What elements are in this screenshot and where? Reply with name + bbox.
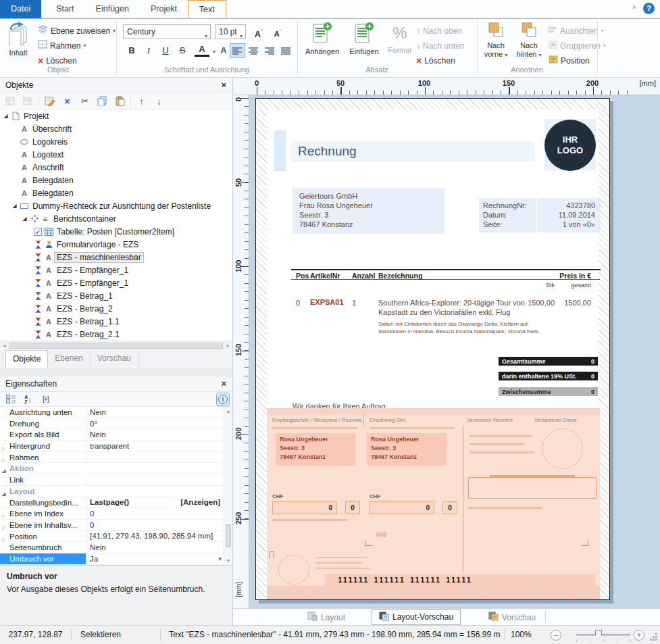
collapsed-icon[interactable]: ▷ bbox=[2, 522, 5, 530]
absatz-einfuegen-button[interactable]: Einfügen bbox=[345, 22, 384, 55]
tab-projekt[interactable]: Projekt bbox=[140, 0, 188, 18]
objects-horizontal-scrollbar[interactable]: ◄ ► bbox=[0, 341, 232, 350]
shrink-font-button[interactable]: Aˉ bbox=[270, 24, 285, 39]
close-icon[interactable]: × bbox=[221, 78, 226, 93]
expanded-icon[interactable]: ◢ bbox=[2, 489, 5, 497]
tree-item-logokreis[interactable]: Logokreis bbox=[0, 135, 232, 148]
tree-item-ezs-betrag-1-1[interactable]: A EZS - Betrag_1.1 bbox=[0, 315, 232, 328]
view-tab-vorschau[interactable]: Vorschau bbox=[482, 609, 542, 626]
expanded-icon[interactable]: ◢ bbox=[2, 466, 5, 474]
grow-font-button[interactable]: Aˉ bbox=[251, 24, 266, 39]
text-style-button[interactable]: A bbox=[216, 43, 231, 58]
tree-item-ezs-betrag-2[interactable]: A EZS - Betrag_2 bbox=[0, 302, 232, 315]
tree-item-anschrift[interactable]: A Anschrift bbox=[0, 161, 232, 174]
invoice-address-block[interactable]: Geiertours GmbH Frau Rosa Ungeheuer Sees… bbox=[293, 188, 445, 234]
property-row-umbruch-vor[interactable]: Umbruch vor Ja▾ bbox=[0, 553, 232, 565]
tree-item-formularvorlage[interactable]: Formularvorlage - EZS bbox=[0, 238, 232, 251]
collapsed-icon[interactable]: ▷ bbox=[2, 534, 5, 542]
align-left-button[interactable] bbox=[230, 43, 245, 58]
expander-icon[interactable]: ◢ bbox=[20, 216, 29, 222]
zoom-out-button[interactable]: − bbox=[551, 630, 561, 641]
tab-einfuegen[interactable]: Einfügen bbox=[85, 0, 140, 18]
scroll-up-icon[interactable]: ▴ bbox=[224, 408, 232, 414]
invoice-meta-labels[interactable]: RechnungNr: Datum: Seite: bbox=[479, 198, 536, 232]
anhaengen-button[interactable]: Anhängen bbox=[301, 22, 343, 55]
property-row-darstellungsbedingung[interactable]: Darstellungsbedin... Lastpage()[Anzeigen… bbox=[0, 497, 232, 509]
slip-cents-1[interactable]: 0 bbox=[345, 501, 360, 514]
slip-amount-1[interactable]: 0 bbox=[272, 501, 337, 514]
tab-datei[interactable]: Datei bbox=[0, 0, 41, 18]
tree-item-tabelle-posten[interactable]: ✓ Tabelle: Posten [Customer2Item] bbox=[0, 225, 232, 238]
scroll-down-icon[interactable]: ▾ bbox=[224, 558, 232, 564]
property-group-aktion[interactable]: ◢Aktion bbox=[0, 463, 232, 474]
property-row[interactable]: Ausrichtung untenNein bbox=[0, 407, 232, 418]
insert-table-disabled-icon[interactable] bbox=[3, 95, 18, 107]
align-right-button[interactable] bbox=[262, 43, 278, 58]
move-up-icon[interactable]: ↑ bbox=[134, 95, 149, 107]
scroll-right-icon[interactable]: ► bbox=[226, 343, 230, 348]
tree-item-ezs-betrag-1[interactable]: A EZS - Betrag_1 bbox=[0, 289, 232, 302]
expander-icon[interactable]: ◢ bbox=[10, 203, 19, 209]
collapse-ribbon-icon[interactable]: ^ bbox=[632, 4, 636, 14]
property-row-position[interactable]: ▷Position[41.91, 279.43, 198.90, 285.94 … bbox=[0, 531, 232, 543]
slip-payer-box-1[interactable]: Rosa UngeheuerSeestr. 378467 Konstanz bbox=[276, 433, 355, 466]
property-group-layout[interactable]: ◢Layout bbox=[0, 486, 232, 497]
property-row[interactable]: ▷Ebene im Inhaltsv...0 bbox=[0, 520, 232, 531]
checkbox-checked-icon[interactable]: ✓ bbox=[32, 228, 43, 236]
zoom-slider-handle[interactable] bbox=[595, 630, 602, 639]
ausrichten-button[interactable]: Ausrichten ▾ bbox=[549, 24, 604, 38]
font-family-select[interactable]: Century ▾ bbox=[123, 24, 211, 39]
properties-vertical-scrollbar[interactable]: ▴ ▾ bbox=[224, 407, 232, 565]
tree-item-belegdaten-2[interactable]: A Belegdaten bbox=[0, 187, 232, 199]
copy-icon[interactable] bbox=[95, 95, 109, 107]
expander-icon[interactable]: ◢ bbox=[1, 113, 10, 119]
slip-amount-2[interactable]: 0 bbox=[370, 501, 434, 514]
property-row[interactable]: Link bbox=[0, 474, 232, 486]
format-button[interactable]: % Format bbox=[386, 22, 413, 54]
slip-cents-2[interactable]: 0 bbox=[442, 501, 457, 514]
tab-objekte[interactable]: Objekte bbox=[5, 350, 48, 368]
align-justify-button[interactable] bbox=[278, 43, 294, 58]
tree-item-belegdaten-1[interactable]: A Belegdaten bbox=[0, 174, 232, 187]
zoom-in-button[interactable]: + bbox=[634, 630, 644, 641]
underline-button[interactable]: U bbox=[158, 43, 173, 58]
page-viewport[interactable]: Rechnung IHR LOGO Geiertours GmbH Frau R… bbox=[249, 95, 660, 608]
panel-splitter[interactable] bbox=[0, 368, 232, 376]
tab-ebenen[interactable]: Ebenen bbox=[48, 350, 90, 368]
scroll-left-icon[interactable]: ◄ bbox=[2, 343, 7, 348]
collapsed-icon[interactable]: ▷ bbox=[2, 511, 5, 519]
align-center-button[interactable] bbox=[246, 43, 261, 58]
view-tab-layout[interactable]: Layout bbox=[301, 609, 352, 626]
nach-vorne-button[interactable]: Nachvorne ▾ bbox=[481, 22, 511, 59]
insert-column-disabled-icon[interactable] bbox=[21, 95, 35, 107]
tree-item-projekt[interactable]: ◢ Projekt bbox=[0, 109, 232, 122]
slip-reference-box[interactable] bbox=[468, 477, 596, 499]
nach-unten-button[interactable]: ↓ Nach unten bbox=[416, 39, 464, 53]
tree-item-dummy-rechteck[interactable]: ◢ Dummy-Rechteck zur Ausrichtung der Pos… bbox=[0, 199, 232, 212]
inhalt-button[interactable]: Inhalt bbox=[3, 22, 34, 57]
italic-button[interactable]: I bbox=[141, 43, 156, 58]
description-toggle-button[interactable]: i bbox=[216, 393, 230, 406]
tree-item-logotext[interactable]: A Logotext bbox=[0, 148, 232, 161]
invoice-title-band[interactable]: Rechnung bbox=[291, 141, 534, 162]
sort-az-icon[interactable]: AZ↓ bbox=[21, 393, 35, 405]
close-icon[interactable]: × bbox=[221, 376, 226, 391]
view-tab-layout-vorschau[interactable]: Layout-Vorschau bbox=[372, 609, 461, 625]
font-size-select[interactable]: 10 pt ▾ bbox=[215, 24, 246, 39]
slip-payer-box-2[interactable]: Rosa UngeheuerSeestr. 378467 Konstanz bbox=[367, 433, 447, 466]
strikethrough-button[interactable]: S bbox=[175, 43, 190, 58]
properties-icon[interactable] bbox=[43, 95, 57, 107]
tab-text[interactable]: Text bbox=[188, 0, 226, 18]
total-gesamtsumme[interactable]: Gesamtsumme0 bbox=[499, 357, 598, 366]
scrollbar-thumb[interactable] bbox=[9, 343, 223, 349]
paste-icon[interactable] bbox=[113, 95, 127, 107]
scrollbar-thumb[interactable] bbox=[226, 524, 231, 547]
expand-all-icon[interactable]: [+] bbox=[39, 393, 53, 405]
collapsed-icon[interactable]: ▷ bbox=[2, 443, 5, 451]
help-icon[interactable]: ? bbox=[643, 3, 655, 14]
ebene-zuweisen-button[interactable]: Ebene zuweisen ▾ bbox=[38, 24, 116, 38]
item-table-header[interactable]: Pos ArtikelNr Anzahl Bezeichnung Preis i… bbox=[291, 269, 601, 280]
property-row[interactable]: Drehung0° bbox=[0, 418, 232, 430]
report-page[interactable]: Rechnung IHR LOGO Geiertours GmbH Frau R… bbox=[255, 98, 610, 600]
zoom-slider-track[interactable] bbox=[576, 634, 630, 636]
